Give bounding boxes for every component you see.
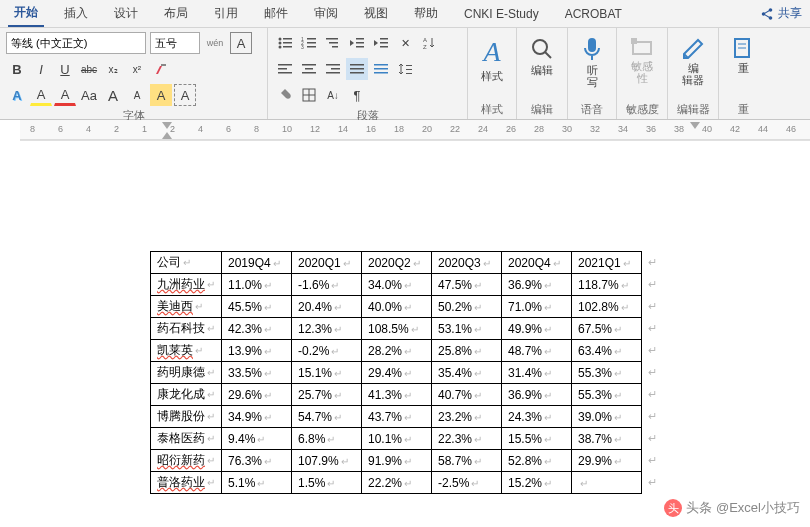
- shading-button[interactable]: [274, 84, 296, 106]
- value-cell[interactable]: 43.7%↵: [362, 406, 432, 428]
- tab-cnki[interactable]: CNKI E-Study: [458, 3, 545, 25]
- font-color-button[interactable]: A: [54, 84, 76, 106]
- tab-references[interactable]: 引用: [208, 1, 244, 26]
- company-cell[interactable]: 博腾股份↵: [151, 406, 222, 428]
- value-cell[interactable]: 67.5%↵↵: [572, 318, 642, 340]
- value-cell[interactable]: 48.7%↵: [502, 340, 572, 362]
- right-indent-marker[interactable]: [690, 122, 700, 129]
- company-cell[interactable]: 凯莱英↵: [151, 340, 222, 362]
- asian-layout-button[interactable]: ✕: [394, 32, 416, 54]
- change-case-button[interactable]: Aa: [78, 84, 100, 106]
- value-cell[interactable]: 76.3%↵: [222, 450, 292, 472]
- value-cell[interactable]: 29.9%↵↵: [572, 450, 642, 472]
- tab-acrobat[interactable]: ACROBAT: [559, 3, 628, 25]
- value-cell[interactable]: 47.5%↵: [432, 274, 502, 296]
- value-cell[interactable]: 49.9%↵: [502, 318, 572, 340]
- value-cell[interactable]: 40.0%↵: [362, 296, 432, 318]
- data-table[interactable]: 公司↵2019Q4↵2020Q1↵2020Q2↵2020Q3↵2020Q4↵20…: [150, 251, 642, 494]
- bullets-button[interactable]: [274, 32, 296, 54]
- table-header-cell[interactable]: 公司↵: [151, 252, 222, 274]
- value-cell[interactable]: 25.7%↵: [292, 384, 362, 406]
- text-direction-button[interactable]: A↓: [322, 84, 344, 106]
- italic-button[interactable]: I: [30, 58, 52, 80]
- company-cell[interactable]: 泰格医药↵: [151, 428, 222, 450]
- value-cell[interactable]: ↵↵: [572, 472, 642, 494]
- value-cell[interactable]: 118.7%↵↵: [572, 274, 642, 296]
- value-cell[interactable]: 34.0%↵: [362, 274, 432, 296]
- table-header-cell[interactable]: 2020Q3↵: [432, 252, 502, 274]
- value-cell[interactable]: 6.8%↵: [292, 428, 362, 450]
- value-cell[interactable]: 53.1%↵: [432, 318, 502, 340]
- value-cell[interactable]: 50.2%↵: [432, 296, 502, 318]
- value-cell[interactable]: 91.9%↵: [362, 450, 432, 472]
- value-cell[interactable]: 20.4%↵: [292, 296, 362, 318]
- align-right-button[interactable]: [322, 58, 344, 80]
- company-cell[interactable]: 美迪西↵: [151, 296, 222, 318]
- value-cell[interactable]: 29.4%↵: [362, 362, 432, 384]
- value-cell[interactable]: -1.6%↵: [292, 274, 362, 296]
- value-cell[interactable]: 35.4%↵: [432, 362, 502, 384]
- value-cell[interactable]: 1.5%↵: [292, 472, 362, 494]
- superscript-button[interactable]: x²: [126, 58, 148, 80]
- value-cell[interactable]: 40.7%↵: [432, 384, 502, 406]
- company-cell[interactable]: 昭衍新药↵: [151, 450, 222, 472]
- show-marks-button[interactable]: ¶: [346, 84, 368, 106]
- value-cell[interactable]: 11.0%↵: [222, 274, 292, 296]
- edit-button[interactable]: 编辑: [523, 32, 561, 80]
- editor-button[interactable]: 编 辑器: [674, 32, 712, 90]
- tab-insert[interactable]: 插入: [58, 1, 94, 26]
- shrink-font-button[interactable]: A: [126, 84, 148, 106]
- value-cell[interactable]: 12.3%↵: [292, 318, 362, 340]
- share-button[interactable]: 共享: [760, 5, 802, 22]
- value-cell[interactable]: 15.2%↵: [502, 472, 572, 494]
- value-cell[interactable]: 10.1%↵: [362, 428, 432, 450]
- value-cell[interactable]: 34.9%↵: [222, 406, 292, 428]
- table-header-cell[interactable]: 2020Q2↵: [362, 252, 432, 274]
- tab-design[interactable]: 设计: [108, 1, 144, 26]
- value-cell[interactable]: 58.7%↵: [432, 450, 502, 472]
- increase-indent-button[interactable]: [370, 32, 392, 54]
- align-center-button[interactable]: [298, 58, 320, 80]
- table-header-cell[interactable]: 2019Q4↵: [222, 252, 292, 274]
- align-justify-button[interactable]: [346, 58, 368, 80]
- value-cell[interactable]: 39.0%↵↵: [572, 406, 642, 428]
- tab-mailings[interactable]: 邮件: [258, 1, 294, 26]
- value-cell[interactable]: 15.1%↵: [292, 362, 362, 384]
- value-cell[interactable]: 41.3%↵: [362, 384, 432, 406]
- company-cell[interactable]: 九洲药业↵: [151, 274, 222, 296]
- bold-button[interactable]: B: [6, 58, 28, 80]
- char-shading-button[interactable]: A: [174, 84, 196, 106]
- value-cell[interactable]: 63.4%↵↵: [572, 340, 642, 362]
- value-cell[interactable]: 54.7%↵: [292, 406, 362, 428]
- styles-button[interactable]: A 样式: [474, 32, 510, 86]
- value-cell[interactable]: 33.5%↵: [222, 362, 292, 384]
- value-cell[interactable]: 55.3%↵↵: [572, 362, 642, 384]
- company-cell[interactable]: 药明康德↵: [151, 362, 222, 384]
- value-cell[interactable]: 36.9%↵: [502, 274, 572, 296]
- value-cell[interactable]: 42.3%↵: [222, 318, 292, 340]
- decrease-indent-button[interactable]: [346, 32, 368, 54]
- value-cell[interactable]: 108.5%↵: [362, 318, 432, 340]
- highlight-button[interactable]: A: [30, 84, 52, 106]
- subscript-button[interactable]: x₂: [102, 58, 124, 80]
- company-cell[interactable]: 药石科技↵: [151, 318, 222, 340]
- font-name-select[interactable]: [6, 32, 146, 54]
- value-cell[interactable]: 22.3%↵: [432, 428, 502, 450]
- grow-font-button[interactable]: A: [102, 84, 124, 106]
- tab-help[interactable]: 帮助: [408, 1, 444, 26]
- horizontal-ruler[interactable]: 8642124681012141618202224262830323436384…: [20, 120, 810, 140]
- value-cell[interactable]: 25.8%↵: [432, 340, 502, 362]
- value-cell[interactable]: 13.9%↵: [222, 340, 292, 362]
- value-cell[interactable]: 5.1%↵: [222, 472, 292, 494]
- value-cell[interactable]: 23.2%↵: [432, 406, 502, 428]
- tab-review[interactable]: 审阅: [308, 1, 344, 26]
- align-left-button[interactable]: [274, 58, 296, 80]
- value-cell[interactable]: -2.5%↵: [432, 472, 502, 494]
- value-cell[interactable]: -0.2%↵: [292, 340, 362, 362]
- value-cell[interactable]: 102.8%↵↵: [572, 296, 642, 318]
- tab-layout[interactable]: 布局: [158, 1, 194, 26]
- table-header-cell[interactable]: 2020Q4↵: [502, 252, 572, 274]
- company-cell[interactable]: 康龙化成↵: [151, 384, 222, 406]
- dictate-button[interactable]: 听 写: [574, 32, 610, 92]
- value-cell[interactable]: 45.5%↵: [222, 296, 292, 318]
